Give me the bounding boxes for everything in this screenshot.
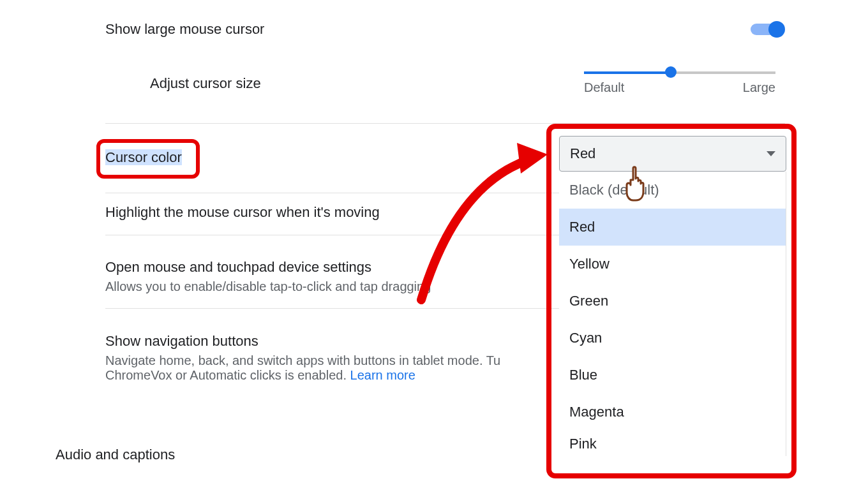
nav-buttons-sub-line1: Navigate home, back, and switch apps wit… (105, 353, 500, 367)
show-large-cursor-label: Show large mouse cursor (105, 21, 264, 38)
option-red[interactable]: Red (559, 209, 786, 246)
annotation-highlight-box: Cursor color (96, 139, 200, 179)
slider-min-label: Default (584, 80, 624, 95)
chevron-down-icon (767, 151, 775, 156)
option-magenta[interactable]: Magenta (559, 394, 786, 431)
option-green[interactable]: Green (559, 283, 786, 320)
dropdown-selected-value: Red (570, 145, 595, 162)
option-black-default[interactable]: Black (default) (559, 172, 786, 209)
cursor-color-dropdown[interactable]: Red (559, 136, 786, 172)
option-cyan[interactable]: Cyan (559, 320, 786, 357)
highlight-moving-cursor-label: Highlight the mouse cursor when it's mov… (105, 204, 380, 221)
slider-fill (584, 71, 670, 74)
cursor-size-slider[interactable] (584, 71, 775, 74)
slider-max-label: Large (743, 80, 775, 95)
adjust-cursor-size-label: Adjust cursor size (150, 75, 261, 92)
option-blue[interactable]: Blue (559, 357, 786, 394)
audio-captions-section-header: Audio and captions (56, 447, 175, 463)
nav-buttons-sub-line2: ChromeVox or Automatic clicks is enabled… (105, 368, 350, 382)
learn-more-link[interactable]: Learn more (350, 368, 415, 382)
cursor-color-option-list: Black (default) Red Yellow Green Cyan Bl… (559, 172, 786, 456)
slider-thumb[interactable] (665, 66, 677, 78)
cursor-color-label: Cursor color (105, 149, 182, 165)
toggle-thumb (768, 21, 785, 38)
option-pink[interactable]: Pink (559, 431, 786, 456)
large-cursor-toggle[interactable] (751, 20, 785, 38)
option-yellow[interactable]: Yellow (559, 246, 786, 283)
